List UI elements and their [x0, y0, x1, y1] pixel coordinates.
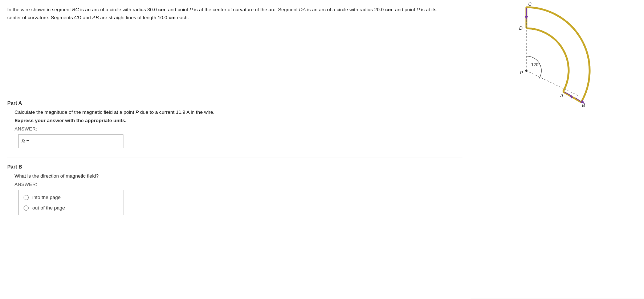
- part-a-answer-input[interactable]: [31, 136, 120, 146]
- option-into-page[interactable]: into the page: [24, 195, 118, 200]
- cd-ab-length: 10.0: [158, 15, 167, 20]
- diagram-svg: 120° C D P A B: [470, 0, 644, 112]
- part-b-section: Part B What is the direction of magnetic…: [7, 158, 462, 221]
- part-a-title: Part A: [7, 100, 462, 106]
- svg-rect-0: [470, 0, 644, 112]
- label-c: C: [528, 1, 532, 7]
- part-b-answer-label: ANSWER:: [15, 182, 462, 187]
- main-container: In the wire shown in segment BC is an ar…: [0, 0, 644, 299]
- option-out-of-page-label: out of the page: [32, 205, 65, 211]
- label-d: D: [519, 25, 522, 31]
- angle-label: 120°: [531, 62, 540, 67]
- option-into-page-label: into the page: [32, 195, 61, 200]
- express-line: Express your answer with the appropriate…: [15, 118, 462, 123]
- label-p: P: [520, 70, 523, 75]
- bc-radius: 30.0: [147, 7, 157, 12]
- diagram-area: 120° C D P A B: [470, 0, 644, 299]
- part-a-answer-label: ANSWER:: [15, 126, 462, 132]
- label-a: A: [560, 93, 563, 98]
- option-out-of-page[interactable]: out of the page: [24, 205, 118, 211]
- radio-into-page[interactable]: [24, 195, 29, 200]
- b-equals-label: B =: [21, 138, 29, 144]
- radio-out-of-page[interactable]: [24, 205, 29, 211]
- part-a-input-wrapper: B =: [18, 134, 123, 148]
- point-p-dot: [525, 70, 527, 72]
- part-a-section: Part A Calculate the magnitude of the ma…: [7, 94, 462, 154]
- content-area: In the wire shown in segment BC is an ar…: [0, 0, 470, 299]
- problem-statement: In the wire shown in segment BC is an ar…: [7, 6, 450, 21]
- part-b-question: What is the direction of magnetic field?: [15, 173, 462, 179]
- da-radius: 20.0: [374, 7, 384, 12]
- part-b-title: Part B: [7, 164, 462, 170]
- part-a-question: Calculate the magnitude of the magnetic …: [15, 109, 462, 115]
- part-b-options-box: into the page out of the page: [18, 190, 123, 215]
